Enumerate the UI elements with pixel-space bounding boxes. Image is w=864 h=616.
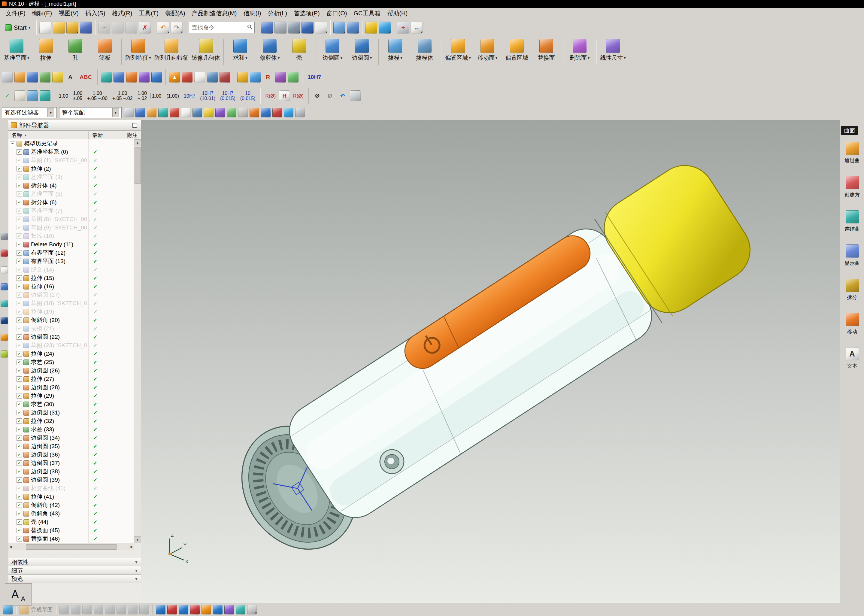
feature-checkbox[interactable]: ✔	[17, 435, 22, 441]
toolbar-icon[interactable]	[52, 72, 63, 83]
tree-row[interactable]: ✔倒斜角 (43)✔	[8, 509, 134, 518]
menu-item[interactable]: 文件(F)	[2, 9, 29, 18]
tree-row[interactable]: ✔边倒圆 (31)✔	[8, 409, 134, 417]
feature-checkbox[interactable]: ✔	[17, 259, 22, 264]
save-button[interactable]	[80, 22, 92, 34]
split-surface-button[interactable]: 拆分	[840, 276, 864, 310]
more-snap-icon[interactable]: ▾	[247, 605, 257, 614]
toolbar-icon[interactable]: R	[279, 90, 290, 101]
delete-button[interactable]: ✗	[139, 22, 151, 34]
circle-icon[interactable]	[94, 605, 103, 614]
endpoint-snap-icon[interactable]	[238, 108, 248, 118]
join-curves-icon[interactable]	[846, 210, 859, 223]
feature-checkbox[interactable]: ✔	[17, 183, 22, 188]
tree-row[interactable]: ✔草图 (8) "SKETCH_00...✔	[8, 215, 134, 223]
toolbar-icon[interactable]	[237, 72, 248, 83]
feature-checkbox[interactable]: ✔	[17, 368, 22, 373]
dock-navy-tool-icon[interactable]	[1, 317, 8, 324]
snap-cross-button[interactable]: +	[397, 22, 409, 34]
command-finder-button[interactable]	[365, 22, 377, 34]
draft-button[interactable]: 拔模▾	[380, 38, 410, 63]
line-snap-icon[interactable]	[215, 108, 225, 118]
unite-button[interactable]: 求和▾	[226, 38, 255, 63]
split-surface-icon[interactable]	[846, 279, 859, 292]
rib-button[interactable]: 筋板	[90, 38, 119, 63]
feature-checkbox[interactable]: ✔	[17, 343, 22, 348]
toolbar-icon[interactable]: Ø	[325, 90, 335, 101]
tree-row[interactable]: ✔求差 (25)✔	[8, 358, 134, 366]
display-mode-button[interactable]: ▾	[302, 22, 314, 34]
toolbar-icon[interactable]	[288, 72, 298, 83]
profile-icon[interactable]	[60, 605, 69, 614]
menu-item[interactable]: 视图(V)	[55, 9, 82, 18]
through-curves-icon[interactable]	[846, 142, 859, 155]
tree-row[interactable]: ✔拉伸 (16)✔	[8, 282, 134, 291]
column-up-to-date[interactable]: 最新	[88, 132, 124, 139]
surface-palette-tab[interactable]: 曲面	[841, 126, 858, 135]
toolbar-icon[interactable]	[350, 90, 361, 101]
toolbar-icon[interactable]	[113, 72, 124, 83]
paste-button[interactable]	[125, 22, 137, 34]
tree-row[interactable]: ✔求差 (30)✔	[8, 400, 134, 409]
tree-row[interactable]: ✔草图 (18) "SKETCH_0...✔	[8, 299, 134, 308]
menu-item[interactable]: 首选项(P)	[291, 9, 323, 18]
tolerance-option[interactable]: 1.00	[57, 93, 70, 99]
measure-distance-button[interactable]: ↔▾	[410, 22, 423, 34]
eraser-icon[interactable]	[181, 108, 191, 118]
linear-dimension-button[interactable]: 线性尺寸▾	[598, 38, 628, 63]
tolerance-option[interactable]: R(Ø)	[264, 93, 277, 99]
annotation-palette[interactable]: A A	[5, 583, 32, 605]
edit-section-button[interactable]: ▾	[347, 22, 359, 34]
feature-checkbox[interactable]: ✔	[17, 225, 22, 230]
tree-row[interactable]: ✔拉伸 (32)✔	[8, 417, 134, 425]
scroll-up-icon[interactable]: ▲	[134, 139, 141, 146]
menu-item[interactable]: 工具(T)	[135, 9, 162, 18]
feature-checkbox[interactable]: ✔	[17, 385, 22, 390]
tree-row[interactable]: −模型历史记录	[8, 139, 134, 148]
move-face-button[interactable]: 移动面▾	[473, 38, 502, 63]
menu-item[interactable]: 插入(S)	[82, 9, 109, 18]
menu-item[interactable]: 帮助(H)	[384, 9, 411, 18]
arc-center-icon[interactable]	[190, 605, 200, 614]
show-curvature-button[interactable]: 显示曲	[840, 242, 864, 276]
tree-row[interactable]: ✔相交曲线 (40)✔	[8, 484, 134, 493]
tolerance-option[interactable]: (1.00)	[165, 93, 181, 99]
scrollbar-thumb[interactable]	[26, 544, 116, 550]
feature-checkbox[interactable]: ✔	[17, 158, 22, 163]
touch-mode-button[interactable]: ▾	[379, 22, 391, 34]
fillet-icon[interactable]	[116, 605, 126, 614]
tree-row[interactable]: ✔有界平面 (13)✔	[8, 257, 134, 266]
new-file-button[interactable]	[39, 22, 51, 34]
toolbar-icon[interactable]: ABC	[77, 72, 94, 83]
feature-checkbox[interactable]: ✔	[17, 427, 22, 432]
toolbar-icon[interactable]	[14, 72, 25, 83]
feature-checkbox[interactable]: ✔	[17, 317, 22, 323]
menu-item[interactable]: 编辑(E)	[29, 9, 55, 18]
tree-row[interactable]: ✔边倒圆 (36)✔	[8, 451, 134, 459]
tree-row[interactable]: ✔基准坐标系 (0)✔	[8, 148, 134, 156]
tree-row[interactable]: ✔壳 (44)✔	[8, 518, 134, 526]
feature-checkbox[interactable]: ✔	[17, 393, 22, 399]
feature-checkbox[interactable]: ✔	[17, 267, 22, 272]
chevron-down-icon[interactable]: ▼	[47, 108, 54, 117]
tree-row[interactable]: ✔有界平面 (12)✔	[8, 249, 134, 257]
menu-item[interactable]: 分析(L)	[264, 9, 290, 18]
open-file-button[interactable]	[53, 22, 65, 34]
tree-row[interactable]: ✔替换面 (46)✔	[8, 534, 134, 543]
window-layout-button[interactable]: ▾	[261, 22, 273, 34]
tree-row[interactable]: ✔拉伸 (27)✔	[8, 375, 134, 383]
feature-checkbox[interactable]: ✔	[17, 191, 22, 197]
text-icon[interactable]: A	[846, 347, 859, 360]
feature-checkbox[interactable]: ✔	[17, 503, 22, 508]
toolbar-icon[interactable]	[182, 72, 193, 83]
command-search[interactable]	[189, 22, 254, 33]
offset-curve-icon[interactable]	[139, 605, 149, 614]
midpoint-snap-icon[interactable]	[250, 108, 259, 118]
tree-row[interactable]: ✔边倒圆 (37)✔	[8, 459, 134, 467]
feature-checkbox[interactable]: ✔	[17, 494, 22, 500]
show-hide-button[interactable]	[275, 22, 286, 34]
command-search-input[interactable]	[191, 24, 246, 31]
toolbar-icon[interactable]: ↶	[337, 90, 348, 101]
toolbar-icon[interactable]	[40, 72, 50, 83]
point-on-curve-icon[interactable]	[179, 605, 188, 614]
